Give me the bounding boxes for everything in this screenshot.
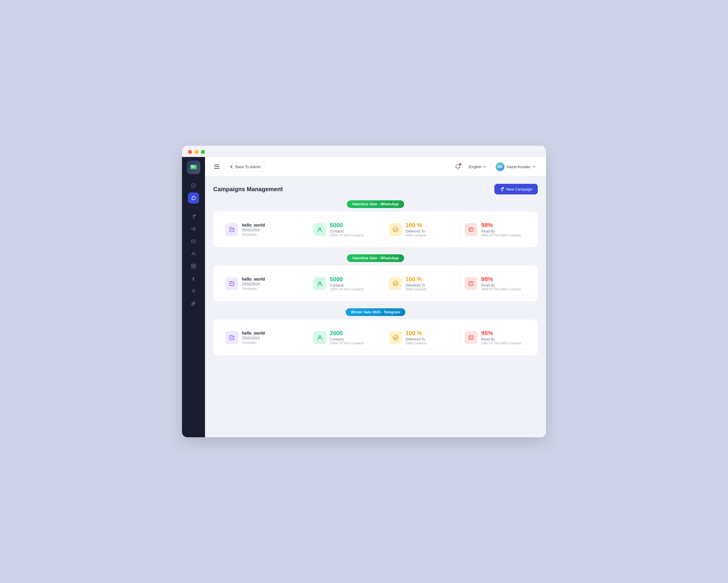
maximize-button[interactable] [201,150,205,154]
delivered-sub-1: 5000 Contacts [406,287,426,291]
contacts-info-0: 5000 Contacts 100% Of Your Contacts [330,222,363,237]
sidebar-divider-1 [188,207,200,207]
contacts-block-0: 5000 Contacts 100% Of Your Contacts [308,218,379,242]
contacts-sub-2: 100% Of Your Contacts [330,341,363,345]
minimize-button[interactable] [194,150,199,154]
delivered-block-0: 100 % Delivered To 5000 Contacts [384,218,455,242]
template-name-0: hello_world [242,223,265,227]
campaign-badge-0: Valentine Sale - WhatsApp [347,200,404,208]
sidebar-item-campaigns[interactable] [188,260,199,272]
delivered-info-1: 100 % Delivered To 5000 Contacts [406,276,426,291]
campaign-badge-wrap-2: Winter Sale 2024 - Telegram [213,308,538,316]
template-type-0: Templates [242,233,265,236]
campaign-badge-wrap-1: Valentine Sale - WhatsApp [213,254,538,262]
readby-block-1: 98% Read By 4900 Of The 5000 Contacts [460,272,531,295]
svg-rect-7 [191,264,193,266]
delivered-value-0: 100 % [406,222,426,229]
campaign-badge-wrap-0: Valentine Sale - WhatsApp [213,200,538,208]
template-block-1: hello_world 25/02/2024 Templates [220,272,304,295]
contacts-sub-0: 100% Of Your Contacts [330,233,363,237]
notification-dot [459,163,461,166]
campaign-card-2: hello_world 25/02/2024 Templates 2000 [213,320,538,355]
svg-point-17 [393,281,398,286]
language-selector[interactable]: English [466,163,489,171]
svg-point-11 [193,278,194,279]
delivered-label-2: Delivered To [406,337,426,341]
contacts-value-0: 5000 [330,222,363,229]
readby-icon-1 [465,277,477,290]
sidebar-item-chat[interactable] [188,236,199,247]
readby-block-0: 98% Read By 4900 Of The 5000 Contacts [460,218,531,242]
delivered-label-0: Delivered To [406,229,426,233]
template-info-1: hello_world 25/02/2024 Templates [242,277,265,290]
back-to-admin-button[interactable]: Back To Admin [225,162,265,171]
contacts-info-2: 2000 Contacts 100% Of Your Contacts [330,330,363,345]
delivered-sub-2: 2000 Contacts [406,341,426,345]
readby-icon-2 [465,331,477,344]
delivered-value-2: 100 % [406,330,426,337]
template-date-2: 25/02/2024 [242,336,265,340]
notification-button[interactable] [453,162,463,171]
contacts-label-1: Contacts [330,283,363,287]
delivered-info-0: 100 % Delivered To 5000 Contacts [406,222,426,237]
delivered-label-1: Delivered To [406,283,426,287]
svg-rect-10 [194,267,196,268]
delivered-block-1: 100 % Delivered To 5000 Contacts [384,272,455,295]
readby-value-0: 98% [481,222,521,229]
sidebar-item-overview[interactable] [188,180,199,191]
readby-sub-2: 1900 Of The 2000 Contacts [481,341,521,345]
delivered-value-1: 100 % [406,276,426,283]
template-date-0: 25/02/2024 [242,228,265,232]
contacts-icon-1 [313,277,326,290]
sidebar [182,157,205,437]
titlebar [182,146,546,157]
sidebar-item-whatsapp[interactable] [188,193,199,204]
sidebar-item-contacts[interactable] [188,248,199,259]
contacts-icon-0 [313,223,326,236]
menu-button[interactable] [212,162,222,171]
app-body: Back To Admin English [182,157,546,437]
campaign-badge-1: Valentine Sale - WhatsApp [347,254,404,262]
readby-info-1: 98% Read By 4900 Of The 5000 Contacts [481,276,521,291]
template-name-2: hello_world [242,331,265,335]
delivered-icon-2 [389,331,402,344]
readby-block-2: 95% Read By 1900 Of The 2000 Contacts [460,325,531,349]
template-info-2: hello_world 25/02/2024 Templates [242,331,265,344]
template-type-1: Templates [242,287,265,290]
sidebar-item-rocket[interactable] [188,273,199,284]
sidebar-item-settings[interactable] [188,285,199,297]
template-date-1: 25/02/2024 [242,282,265,286]
content-area: Campaigns Management New Campaign Valent… [205,177,546,437]
close-button[interactable] [188,150,192,154]
template-icon-2 [225,331,238,344]
user-menu[interactable]: HK Hazel Kuvalis [493,160,539,173]
new-campaign-button[interactable]: New Campaign [494,184,538,195]
sidebar-item-send[interactable] [188,211,199,222]
readby-sub-1: 4900 Of The 5000 Contacts [481,287,521,291]
svg-rect-8 [194,264,196,266]
svg-point-6 [192,252,194,254]
contacts-label-0: Contacts [330,229,363,233]
contacts-value-2: 2000 [330,330,363,337]
avatar: HK [496,162,504,171]
campaign-group-2: Winter Sale 2024 - Telegram hello_world … [213,308,538,355]
campaign-group-0: Valentine Sale - WhatsApp hello_world 25… [213,200,538,247]
template-icon-0 [225,223,238,236]
readby-value-2: 95% [481,330,521,337]
svg-point-16 [319,281,321,283]
readby-sub-0: 4900 Of The 5000 Contacts [481,233,521,237]
page-title: Campaigns Management [213,186,283,193]
main: Back To Admin English [205,157,546,437]
template-info-0: hello_world 25/02/2024 Templates [242,223,265,236]
template-block-2: hello_world 25/02/2024 Templates [220,326,304,349]
template-type-2: Templates [242,341,265,344]
campaign-group-1: Valentine Sale - WhatsApp hello_world 25… [213,254,538,301]
svg-rect-5 [191,240,196,243]
sidebar-item-megaphone[interactable] [188,223,199,234]
contacts-value-1: 5000 [330,276,363,283]
sidebar-item-paperclip[interactable] [188,298,199,309]
svg-point-4 [193,185,194,186]
template-icon-1 [225,277,238,290]
content-header: Campaigns Management New Campaign [213,184,538,195]
app-window: Back To Admin English [182,146,546,437]
